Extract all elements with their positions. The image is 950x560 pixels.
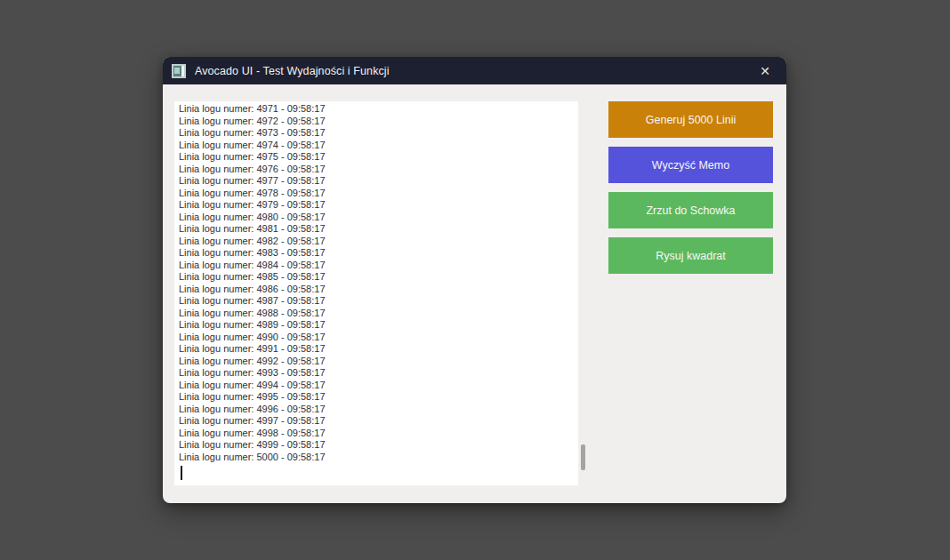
log-line: Linia logu numer: 4989 - 09:58:17 <box>179 319 578 332</box>
log-line: Linia logu numer: 4980 - 09:58:17 <box>179 212 578 224</box>
log-line: Linia logu numer: 4979 - 09:58:17 <box>179 199 578 212</box>
log-line: Linia logu numer: 4992 - 09:58:17 <box>179 356 578 368</box>
log-line: Linia logu numer: 4988 - 09:58:17 <box>179 308 578 320</box>
memo-scrollbar-thumb[interactable] <box>581 444 585 470</box>
clear-memo-button[interactable]: Wyczyść Memo <box>608 147 773 183</box>
log-line: Linia logu numer: 4981 - 09:58:17 <box>179 223 578 236</box>
log-line: Linia logu numer: 4983 - 09:58:17 <box>179 247 578 260</box>
log-line: Linia logu numer: 4974 - 09:58:17 <box>179 140 578 152</box>
log-line: Linia logu numer: 4978 - 09:58:17 <box>179 188 578 200</box>
log-line: Linia logu numer: 4994 - 09:58:17 <box>179 380 578 392</box>
log-line: Linia logu numer: 5000 - 09:58:17 <box>179 452 578 464</box>
log-line: Linia logu numer: 4998 - 09:58:17 <box>179 428 578 440</box>
log-line: Linia logu numer: 4973 - 09:58:17 <box>179 127 578 140</box>
log-line: Linia logu numer: 4996 - 09:58:17 <box>179 404 578 416</box>
log-line: Linia logu numer: 4993 - 09:58:17 <box>179 367 578 380</box>
log-line: Linia logu numer: 4991 - 09:58:17 <box>179 343 578 356</box>
copy-to-clipboard-button[interactable]: Zrzut do Schowka <box>608 192 773 228</box>
log-line: Linia logu numer: 4984 - 09:58:17 <box>179 260 578 272</box>
log-line: Linia logu numer: 4999 - 09:58:17 <box>179 439 578 452</box>
log-line: Linia logu numer: 4995 - 09:58:17 <box>179 391 578 404</box>
log-line: Linia logu numer: 4982 - 09:58:17 <box>179 236 578 248</box>
generate-lines-button[interactable]: Generuj 5000 Linii <box>608 101 773 138</box>
button-column: Generuj 5000 Linii Wyczyść Memo Zrzut do… <box>608 101 773 274</box>
text-caret <box>181 466 182 480</box>
log-line: Linia logu numer: 4997 - 09:58:17 <box>179 415 578 428</box>
log-line: Linia logu numer: 4971 - 09:58:17 <box>179 103 578 116</box>
log-line: Linia logu numer: 4976 - 09:58:17 <box>179 164 578 176</box>
log-line: Linia logu numer: 4985 - 09:58:17 <box>179 271 578 284</box>
draw-square-button[interactable]: Rysuj kwadrat <box>608 237 773 274</box>
close-button[interactable]: ✕ <box>753 61 777 81</box>
log-line: Linia logu numer: 4986 - 09:58:17 <box>179 284 578 296</box>
log-line: Linia logu numer: 4972 - 09:58:17 <box>179 116 578 128</box>
window-title: Avocado UI - Test Wydajności i Funkcji <box>195 65 390 77</box>
log-line: Linia logu numer: 4987 - 09:58:17 <box>179 295 578 308</box>
log-line: Linia logu numer: 4975 - 09:58:17 <box>179 151 578 164</box>
app-icon <box>172 64 186 78</box>
log-line: Linia logu numer: 4977 - 09:58:17 <box>179 175 578 188</box>
desktop-background: Avocado UI - Test Wydajności i Funkcji ✕… <box>0 0 950 560</box>
log-line: Linia logu numer: 4990 - 09:58:17 <box>179 332 578 344</box>
app-window: Avocado UI - Test Wydajności i Funkcji ✕… <box>163 57 786 503</box>
titlebar[interactable]: Avocado UI - Test Wydajności i Funkcji ✕ <box>163 57 786 84</box>
log-memo[interactable]: Linia logu numer: 4971 - 09:58:17Linia l… <box>174 101 578 485</box>
